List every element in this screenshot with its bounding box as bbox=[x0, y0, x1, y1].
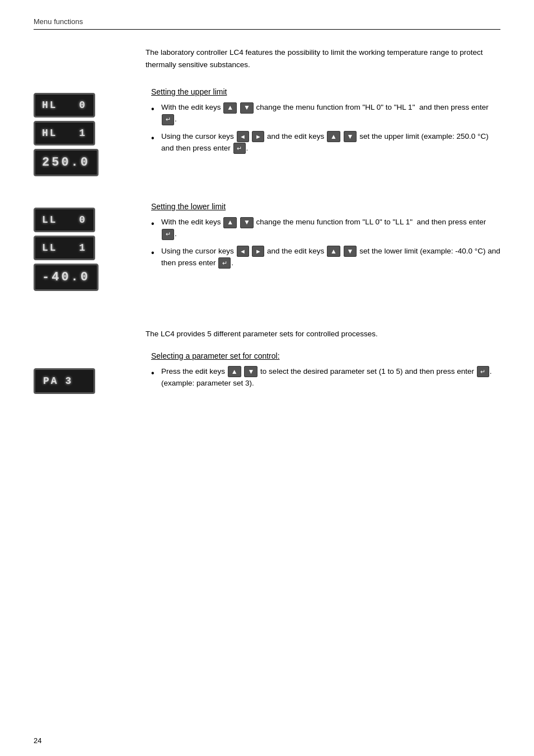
key-enter-1[interactable]: ↵ bbox=[162, 114, 174, 125]
key-enter-2[interactable]: ↵ bbox=[233, 143, 246, 154]
display-250: 250.0 bbox=[34, 149, 99, 176]
upper-bullet-2: • Using the cursor keys ◄ ► and the edit… bbox=[151, 131, 500, 154]
key-up-2[interactable]: ▲ bbox=[327, 131, 340, 142]
parameter-heading: Selecting a parameter set for control: bbox=[151, 351, 500, 360]
display-row-250: 250.0 bbox=[42, 155, 90, 170]
lower-limit-bullets: • With the edit keys ▲ ▼ change the menu… bbox=[151, 217, 500, 269]
key-right-1[interactable]: ► bbox=[252, 131, 264, 142]
upper-bullet-1: • With the edit keys ▲ ▼ change the menu… bbox=[151, 102, 500, 125]
parameter-bullets: • Press the edit keys ▲ ▼ to select the … bbox=[151, 366, 500, 389]
display-hl0: HL 0 bbox=[34, 93, 95, 118]
parameter-display-left: PA 3 bbox=[34, 351, 146, 395]
lower-bullet-2-content: Using the cursor keys ◄ ► and the edit k… bbox=[161, 246, 500, 269]
led-pa-label: PA bbox=[43, 375, 59, 387]
display-row-ll1: LL 1 bbox=[42, 242, 87, 254]
lower-limit-heading: Setting the lower limit bbox=[151, 202, 500, 211]
key-enter-5[interactable]: ↵ bbox=[477, 366, 489, 377]
bullet-dot-4: • bbox=[151, 246, 161, 269]
lower-limit-display: LL 0 LL 1 -40.0 bbox=[34, 202, 146, 294]
led-hl1-label: HL bbox=[42, 128, 58, 139]
parameter-bullet-1: • Press the edit keys ▲ ▼ to select the … bbox=[151, 366, 500, 389]
key-left-2[interactable]: ◄ bbox=[237, 246, 249, 257]
key-down-2[interactable]: ▼ bbox=[344, 131, 357, 142]
parameter-intro-text: The LC4 provides 5 different parameter s… bbox=[146, 328, 500, 340]
bullet-dot-3: • bbox=[151, 217, 161, 240]
key-down-4[interactable]: ▼ bbox=[344, 246, 357, 257]
page: Menu functions The laboratory controller… bbox=[0, 0, 534, 440]
display-hl1: HL 1 bbox=[34, 121, 95, 145]
page-header: Menu functions bbox=[34, 17, 500, 30]
parameter-intro-section: The LC4 provides 5 different parameter s… bbox=[34, 328, 500, 340]
display-row-neg40: -40.0 bbox=[42, 270, 90, 285]
intro-text: The laboratory controller LC4 features t… bbox=[146, 46, 500, 71]
display-ll1: LL 1 bbox=[34, 236, 95, 260]
bullet-dot-2: • bbox=[151, 132, 161, 154]
parameter-bullet-1-content: Press the edit keys ▲ ▼ to select the de… bbox=[161, 366, 500, 389]
key-down-3[interactable]: ▼ bbox=[240, 217, 254, 228]
key-up-5[interactable]: ▲ bbox=[228, 366, 241, 377]
upper-bullet-2-content: Using the cursor keys ◄ ► and the edit k… bbox=[161, 131, 500, 154]
upper-limit-section: HL 0 HL 1 250.0 Setting the upper limit bbox=[34, 87, 500, 180]
upper-limit-heading: Setting the upper limit bbox=[151, 87, 500, 96]
parameter-section: PA 3 Selecting a parameter set for contr… bbox=[34, 351, 500, 395]
lower-limit-section: LL 0 LL 1 -40.0 Setting the lower limit bbox=[34, 202, 500, 294]
led-neg40-value: -40.0 bbox=[42, 270, 90, 284]
intro-section: The laboratory controller LC4 features t… bbox=[34, 46, 500, 71]
display-row-ll0: LL 0 bbox=[42, 214, 87, 226]
upper-limit-display: HL 0 HL 1 250.0 bbox=[34, 87, 146, 180]
lower-limit-text: Setting the lower limit • With the edit … bbox=[146, 202, 500, 294]
led-hl0-label: HL bbox=[42, 100, 58, 111]
bullet-dot-1: • bbox=[151, 102, 161, 125]
display-neg40: -40.0 bbox=[34, 264, 99, 291]
display-row-pa3: PA 3 bbox=[43, 375, 86, 387]
upper-limit-bullets: • With the edit keys ▲ ▼ change the menu… bbox=[151, 102, 500, 154]
led-250-value: 250.0 bbox=[42, 156, 90, 170]
key-down-5[interactable]: ▼ bbox=[244, 366, 257, 377]
key-down-1[interactable]: ▼ bbox=[240, 102, 254, 114]
upper-bullet-1-content: With the edit keys ▲ ▼ change the menu f… bbox=[161, 102, 500, 125]
led-pa-value: 3 bbox=[65, 375, 73, 387]
key-enter-3[interactable]: ↵ bbox=[162, 229, 174, 240]
page-number: 24 bbox=[34, 736, 41, 745]
led-ll1-value: 1 bbox=[79, 242, 87, 253]
led-hl1-value: 1 bbox=[79, 128, 87, 139]
display-row-hl0: HL 0 bbox=[42, 99, 87, 111]
display-pa3: PA 3 bbox=[34, 368, 95, 394]
key-left-1[interactable]: ◄ bbox=[237, 131, 249, 142]
display-row-hl1: HL 1 bbox=[42, 127, 87, 139]
key-up-3[interactable]: ▲ bbox=[223, 217, 237, 228]
key-enter-4[interactable]: ↵ bbox=[218, 257, 231, 269]
lower-bullet-1: • With the edit keys ▲ ▼ change the menu… bbox=[151, 217, 500, 240]
header-title: Menu functions bbox=[34, 17, 83, 26]
key-up-1[interactable]: ▲ bbox=[223, 102, 237, 114]
led-hl0-value: 0 bbox=[79, 100, 87, 111]
parameter-text: Selecting a parameter set for control: •… bbox=[146, 351, 500, 395]
display-ll0: LL 0 bbox=[34, 208, 95, 232]
lower-bullet-2: • Using the cursor keys ◄ ► and the edit… bbox=[151, 246, 500, 269]
led-ll0-value: 0 bbox=[79, 214, 87, 226]
lower-bullet-1-content: With the edit keys ▲ ▼ change the menu f… bbox=[161, 217, 500, 240]
led-ll0-label: LL bbox=[42, 214, 58, 226]
key-up-4[interactable]: ▲ bbox=[327, 246, 340, 257]
upper-limit-text: Setting the upper limit • With the edit … bbox=[146, 87, 500, 180]
key-right-2[interactable]: ► bbox=[252, 246, 264, 257]
bullet-dot-5: • bbox=[151, 367, 161, 389]
led-ll1-label: LL bbox=[42, 242, 58, 253]
